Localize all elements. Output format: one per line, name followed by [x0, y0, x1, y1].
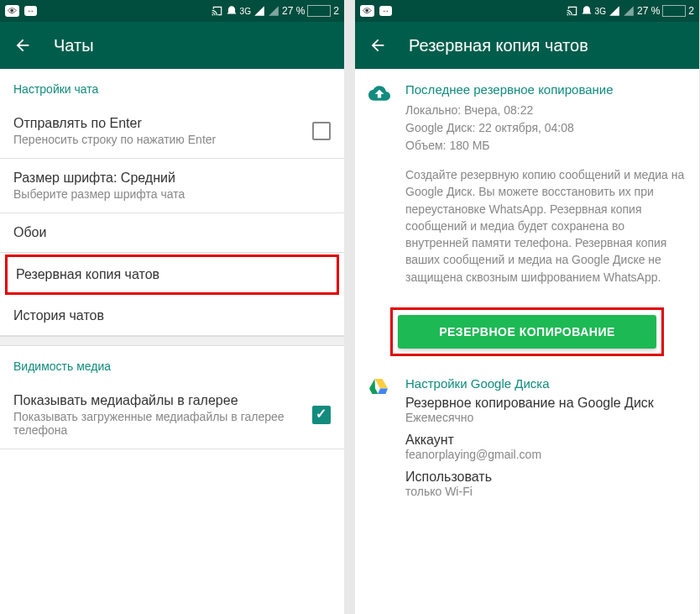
gdrive-backup-frequency[interactable]: Резервное копирование на Google Диск Еже…: [405, 396, 686, 424]
teamviewer-icon: ↔: [379, 6, 392, 16]
backup-size: Объем: 180 МБ: [405, 137, 686, 155]
row-title: Аккаунт: [405, 433, 686, 448]
divider: [0, 336, 344, 346]
battery-percent: 27 %: [282, 5, 305, 17]
last-backup-section: Последнее резервное копирование Локально…: [355, 69, 699, 294]
page-title: Резервная копия чатов: [409, 36, 588, 55]
gdrive-network[interactable]: Использовать только Wi-Fi: [405, 470, 686, 498]
phone-right-backup: 👁 ↔ 3G 27 % 2 Резервная копия чатов: [355, 0, 699, 614]
gdrive-header: Настройки Google Диска: [405, 376, 686, 391]
item-sub: Показывать загруженные медиафайлы в гале…: [13, 410, 312, 437]
battery-percent: 27 %: [637, 5, 660, 17]
alarm-icon: [226, 5, 238, 17]
network-type: 3G: [595, 7, 606, 16]
setting-show-media[interactable]: Показывать медиафайлы в галерее Показыва…: [0, 381, 344, 449]
clock: 2: [688, 5, 694, 17]
eye-icon: 👁: [5, 5, 19, 17]
signal-icon: [609, 5, 620, 17]
cast-icon: [212, 5, 223, 17]
row-value: Ежемесячно: [405, 411, 686, 424]
statusbar: 👁 ↔ 3G 27 % 2: [0, 0, 344, 22]
setting-wallpaper[interactable]: Обои: [0, 213, 344, 253]
item-title: Размер шрифта: Средний: [13, 171, 331, 186]
row-title: Резервное копирование на Google Диск: [405, 396, 686, 411]
item-title: Обои: [13, 225, 46, 240]
item-sub: Переносить строку по нажатию Enter: [13, 133, 312, 146]
appbar: Чаты: [0, 22, 344, 69]
item-title: Резервная копия чатов: [16, 267, 159, 282]
teamviewer-icon: ↔: [24, 6, 37, 16]
item-title: Показывать медиафайлы в галерее: [13, 393, 312, 408]
gdrive-settings-section: Настройки Google Диска Резервное копиров…: [355, 370, 699, 513]
row-value: только Wi-Fi: [405, 485, 686, 498]
alarm-icon: [581, 5, 593, 17]
setting-chat-backup[interactable]: Резервная копия чатов: [5, 255, 339, 295]
back-icon[interactable]: [13, 36, 32, 55]
cloud-upload-icon: [368, 82, 390, 104]
item-title: Отправлять по Enter: [13, 116, 312, 131]
google-drive-icon: [368, 376, 389, 396]
last-backup-title: Последнее резервное копирование: [405, 82, 686, 97]
section-media-visibility: Видимость медиа: [0, 346, 344, 381]
checkbox-unchecked[interactable]: [312, 122, 331, 140]
backup-button-highlight: РЕЗЕРВНОЕ КОПИРОВАНИЕ: [390, 307, 664, 356]
eye-icon: 👁: [360, 5, 374, 17]
battery-icon: [662, 5, 686, 17]
appbar: Резервная копия чатов: [355, 22, 699, 69]
row-value: feanorplaying@gmail.com: [405, 448, 686, 461]
backup-button[interactable]: РЕЗЕРВНОЕ КОПИРОВАНИЕ: [398, 315, 656, 349]
gdrive-account[interactable]: Аккаунт feanorplaying@gmail.com: [405, 433, 686, 461]
signal-icon-2: [623, 5, 635, 17]
phone-left-chats-settings: 👁 ↔ 3G 27 % 2 Чаты Настройки чата Отправ…: [0, 0, 344, 614]
setting-send-on-enter[interactable]: Отправлять по Enter Переносить строку по…: [0, 104, 344, 159]
checkbox-checked[interactable]: [312, 406, 331, 424]
item-sub: Выберите размер шрифта чата: [13, 187, 331, 201]
setting-chat-history[interactable]: История чатов: [0, 297, 344, 336]
signal-icon: [253, 5, 265, 17]
clock: 2: [333, 5, 339, 17]
network-type: 3G: [240, 7, 251, 16]
row-title: Использовать: [405, 470, 686, 485]
item-title: История чатов: [13, 308, 104, 323]
signal-icon-2: [268, 5, 279, 17]
back-icon[interactable]: [368, 36, 387, 55]
backup-local: Локально: Вчера, 08:22: [405, 102, 686, 119]
page-title: Чаты: [54, 36, 94, 55]
backup-gdrive: Google Диск: 22 октября, 04:08: [405, 119, 686, 137]
setting-font-size[interactable]: Размер шрифта: Средний Выберите размер ш…: [0, 159, 344, 213]
backup-description: Создайте резервную копию сообщений и мед…: [405, 166, 686, 286]
statusbar: 👁 ↔ 3G 27 % 2: [355, 0, 699, 22]
cast-icon: [567, 5, 578, 17]
battery-icon: [307, 5, 331, 17]
section-chat-settings: Настройки чата: [0, 69, 344, 104]
